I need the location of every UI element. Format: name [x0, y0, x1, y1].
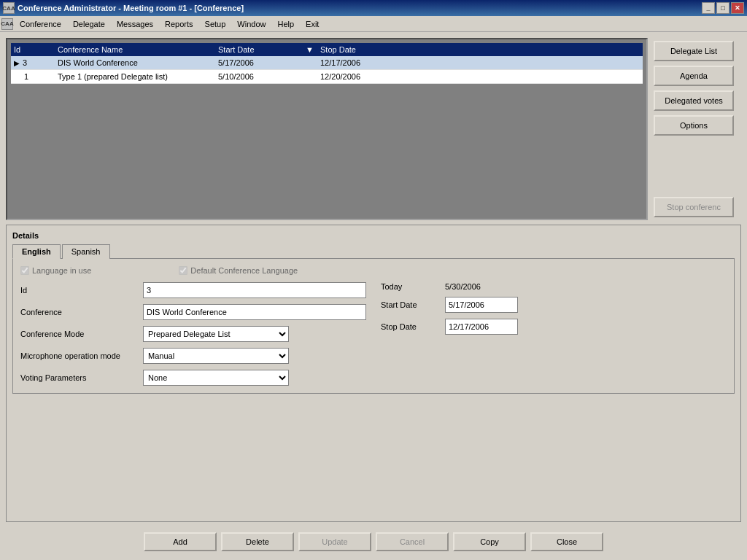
row-stop-2: 12/20/2006: [320, 71, 408, 82]
row-name-2: Type 1 (prepared Delegate list): [58, 71, 218, 82]
start-date-label: Start Date: [381, 300, 439, 309]
today-row: Today 5/30/2006: [381, 282, 727, 291]
id-label: Id: [20, 286, 137, 295]
stop-conference-button[interactable]: Stop conferenc: [654, 197, 734, 217]
conference-mode-select[interactable]: Prepared Delegate List Open Closed: [143, 326, 289, 342]
table-empty-area: [11, 84, 643, 215]
row-id-2: 1: [14, 71, 58, 82]
details-section: Details English Spanish Language in use …: [6, 225, 741, 522]
row-start-2: 5/10/2006: [218, 71, 306, 82]
table-row[interactable]: ▶ 3 DIS World Conference 5/17/2006 12/17…: [11, 56, 643, 70]
conference-table-container: Id Conference Name Start Date ▼ Stop Dat…: [6, 38, 648, 220]
details-title: Details: [12, 231, 735, 240]
default-language-input[interactable]: [179, 266, 187, 275]
voting-select[interactable]: None Yes/No/Abstain: [143, 370, 289, 386]
form-left-column: Id Conference Conference Mode Prepared D…: [20, 282, 366, 386]
options-button[interactable]: Options: [654, 115, 734, 136]
row-arrow: ▶: [14, 59, 20, 67]
minimize-button[interactable]: _: [702, 2, 715, 14]
menu-app-icon: CAA: [1, 18, 13, 30]
conference-row: Conference: [20, 304, 366, 320]
microphone-label: Microphone operation mode: [20, 351, 137, 360]
update-button[interactable]: Update: [298, 532, 371, 551]
side-buttons-panel: Delegate List Agenda Delegated votes Opt…: [654, 38, 741, 220]
restore-button[interactable]: □: [716, 2, 729, 14]
conference-input[interactable]: [143, 304, 366, 320]
col-header-name: Conference Name: [58, 45, 218, 54]
col-header-stop: Stop Date: [320, 45, 408, 54]
window-title: Conference Administrator - Meeting room …: [18, 4, 244, 12]
conference-mode-label: Conference Mode: [20, 330, 137, 338]
language-in-use-input[interactable]: [20, 266, 29, 275]
menu-help[interactable]: Help: [272, 18, 299, 31]
start-date-row: Start Date: [381, 297, 727, 313]
row-start-1: 5/17/2006: [218, 58, 306, 68]
form-grid: Id Conference Conference Mode Prepared D…: [20, 282, 727, 386]
language-in-use-label: Language in use: [32, 266, 91, 275]
menu-conference[interactable]: Conference: [15, 18, 66, 31]
col-header-sort: ▼: [306, 45, 320, 54]
cancel-button[interactable]: Cancel: [376, 532, 449, 551]
menu-setup[interactable]: Setup: [200, 18, 231, 31]
voting-label: Voting Parameters: [20, 373, 137, 382]
form-checkboxes: Language in use Default Conference Langu…: [20, 266, 727, 275]
menu-bar: CAA Conference Delegate Messages Reports…: [0, 16, 747, 32]
conference-mode-row: Conference Mode Prepared Delegate List O…: [20, 326, 366, 342]
menu-exit[interactable]: Exit: [301, 18, 324, 31]
top-section: Id Conference Name Start Date ▼ Stop Dat…: [6, 38, 741, 220]
voting-row: Voting Parameters None Yes/No/Abstain: [20, 370, 366, 386]
add-button[interactable]: Add: [144, 532, 217, 551]
stop-date-label: Stop Date: [381, 322, 439, 331]
form-right-column: Today 5/30/2006 Start Date Stop Date: [381, 282, 727, 386]
menu-window[interactable]: Window: [232, 18, 271, 31]
stop-date-row: Stop Date: [381, 319, 727, 335]
default-language-label: Default Conference Language: [190, 266, 298, 275]
id-row: Id: [20, 282, 366, 298]
today-label: Today: [381, 282, 439, 291]
tab-english[interactable]: English: [12, 244, 61, 259]
language-in-use-checkbox: Language in use: [20, 266, 91, 275]
conference-table: Id Conference Name Start Date ▼ Stop Dat…: [10, 42, 643, 216]
row-name-1: DIS World Conference: [58, 58, 218, 68]
default-language-checkbox: Default Conference Language: [179, 266, 298, 275]
col-header-id: Id: [14, 45, 58, 54]
delegate-list-button[interactable]: Delegate List: [654, 41, 734, 61]
col-header-start: Start Date: [218, 45, 306, 54]
today-value: 5/30/2006: [445, 282, 481, 291]
stop-date-input[interactable]: [445, 319, 518, 335]
microphone-row: Microphone operation mode Manual Auto Vo…: [20, 348, 366, 364]
bottom-buttons: Add Delete Update Cancel Copy Close: [6, 526, 741, 554]
main-content: Id Conference Name Start Date ▼ Stop Dat…: [0, 32, 747, 560]
delete-button[interactable]: Delete: [221, 532, 294, 551]
title-bar: CAA Conference Administrator - Meeting r…: [0, 0, 747, 16]
table-header: Id Conference Name Start Date ▼ Stop Dat…: [11, 43, 643, 56]
table-row[interactable]: 1 Type 1 (prepared Delegate list) 5/10/2…: [11, 70, 643, 84]
start-date-input[interactable]: [445, 297, 518, 313]
menu-reports[interactable]: Reports: [160, 18, 198, 31]
agenda-button[interactable]: Agenda: [654, 66, 734, 86]
id-input[interactable]: [143, 282, 366, 298]
close-button[interactable]: ✕: [731, 2, 744, 14]
menu-delegate[interactable]: Delegate: [68, 18, 110, 31]
menu-messages[interactable]: Messages: [112, 18, 158, 31]
details-form: Language in use Default Conference Langu…: [12, 258, 735, 394]
row-stop-1: 12/17/2006: [320, 58, 408, 68]
tab-spanish[interactable]: Spanish: [62, 244, 110, 259]
row-sort-2: [306, 71, 320, 82]
delegated-votes-button[interactable]: Delegated votes: [654, 90, 734, 111]
language-tabs: English Spanish: [12, 244, 735, 259]
microphone-select[interactable]: Manual Auto Voice activated: [143, 348, 289, 364]
row-sort-1: [306, 58, 320, 68]
app-icon: CAA: [3, 2, 15, 14]
copy-button[interactable]: Copy: [453, 532, 526, 551]
window-controls: _ □ ✕: [702, 2, 744, 14]
close-button[interactable]: Close: [530, 532, 603, 551]
row-id-1: ▶ 3: [14, 58, 58, 68]
conference-label: Conference: [20, 308, 137, 316]
